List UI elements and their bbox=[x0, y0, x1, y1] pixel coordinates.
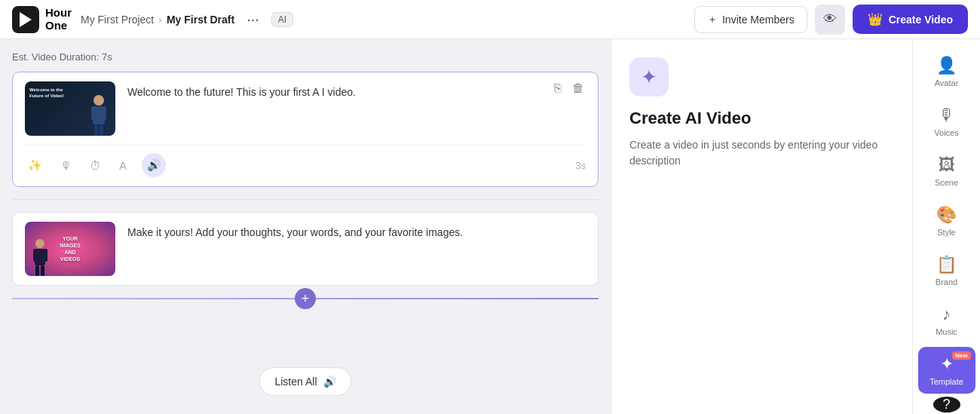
ai-icon-bubble: ✦ bbox=[629, 57, 669, 97]
right-panel-description: Create a video in just seconds by enteri… bbox=[629, 137, 894, 169]
hourOne-logo-icon bbox=[12, 6, 39, 33]
more-options-button[interactable]: ··· bbox=[243, 8, 262, 31]
scene-card-2[interactable]: YOURIMAGESANDVIDEOS Make it yours! Add y… bbox=[12, 212, 599, 286]
sidebar-label-scene: Scene bbox=[935, 178, 958, 187]
right-panel-title: Create AI Video bbox=[629, 109, 894, 128]
svg-rect-5 bbox=[103, 106, 106, 120]
crown-icon: 👑 bbox=[868, 12, 883, 26]
sidebar-label-music: Music bbox=[936, 327, 957, 336]
ai-sparkle-icon: ✦ bbox=[641, 66, 657, 89]
editor-area: Est. Video Duration: 7s ⎘ 🗑 Welcome to t… bbox=[0, 39, 611, 414]
svg-rect-6 bbox=[94, 124, 98, 136]
sidebar-label-voices: Voices bbox=[934, 128, 958, 137]
logo-text: Hour One bbox=[45, 7, 72, 32]
sidebar-label-brand: Brand bbox=[936, 278, 957, 287]
new-badge: New bbox=[952, 351, 970, 360]
thumb2-overlay-text: YOURIMAGESANDVIDEOS bbox=[60, 235, 81, 262]
sidebar-label-style: Style bbox=[937, 228, 955, 237]
ai-badge: AI bbox=[271, 12, 293, 27]
sidebar-label-template: Template bbox=[929, 377, 963, 386]
brand-icon: 📋 bbox=[936, 255, 957, 274]
header-right: ＋ Invite Members 👁 👑 Create Video bbox=[694, 5, 968, 35]
logo: Hour One bbox=[12, 6, 72, 33]
scene-text-1[interactable]: Welcome to the future! This is your firs… bbox=[127, 81, 586, 100]
svg-rect-12 bbox=[35, 265, 39, 276]
listen-all-label: Listen All bbox=[274, 376, 317, 388]
breadcrumb-separator: › bbox=[158, 14, 162, 26]
clock-button[interactable]: ⏱ bbox=[87, 158, 104, 173]
scene-thumbnail-2: YOURIMAGESANDVIDEOS bbox=[25, 222, 115, 276]
svg-rect-4 bbox=[91, 106, 95, 120]
scene-card-inner-1: Welcome to theFuture of Video! Welcome t… bbox=[25, 81, 586, 136]
invite-members-button[interactable]: ＋ Invite Members bbox=[694, 6, 807, 33]
svg-rect-13 bbox=[41, 265, 44, 276]
sidebar-item-voices[interactable]: 🎙 Voices bbox=[918, 98, 975, 145]
copy-button[interactable]: ⎘ bbox=[553, 80, 563, 97]
scene-divider bbox=[12, 199, 599, 200]
help-button[interactable]: ? bbox=[933, 397, 960, 412]
scene-card-1[interactable]: ⎘ 🗑 Welcome to theFuture of Video! bbox=[12, 72, 599, 187]
scene-text-2[interactable]: Make it yours! Add your thoughts, your w… bbox=[127, 222, 586, 241]
scene-thumbnail-1: Welcome to theFuture of Video! bbox=[25, 81, 115, 136]
template-icon: ✦ bbox=[940, 354, 954, 374]
header: Hour One My First Project › My First Dra… bbox=[0, 0, 980, 39]
thumb1-overlay-text: Welcome to theFuture of Video! bbox=[29, 87, 64, 100]
main-content: Est. Video Duration: 7s ⎘ 🗑 Welcome to t… bbox=[0, 39, 980, 414]
scene-duration-1: 3s bbox=[575, 160, 586, 171]
sidebar-item-music[interactable]: ♪ Music bbox=[918, 297, 975, 344]
svg-rect-10 bbox=[33, 249, 37, 262]
sidebar-item-avatar[interactable]: 👤 Avatar bbox=[918, 48, 975, 95]
svg-point-2 bbox=[93, 95, 104, 106]
svg-rect-11 bbox=[44, 249, 47, 262]
add-scene-row: + bbox=[12, 298, 599, 299]
right-panel: ✦ Create AI Video Create a video in just… bbox=[611, 39, 912, 414]
scene-icon: 🖼 bbox=[939, 155, 955, 175]
voices-icon: 🎙 bbox=[939, 106, 955, 125]
music-icon: ♪ bbox=[942, 305, 951, 324]
invite-label: Invite Members bbox=[722, 14, 795, 26]
create-video-button[interactable]: 👑 Create Video bbox=[853, 5, 968, 34]
create-video-label: Create Video bbox=[889, 14, 953, 26]
question-mark-icon: ? bbox=[942, 397, 950, 412]
plus-icon: ＋ bbox=[707, 13, 718, 26]
add-scene-button[interactable]: + bbox=[295, 288, 316, 309]
magic-button[interactable]: ✨ bbox=[25, 157, 45, 173]
est-duration: Est. Video Duration: 7s bbox=[12, 51, 599, 63]
sidebar-item-style[interactable]: 🎨 Style bbox=[918, 198, 975, 244]
thumb2-person-svg bbox=[31, 238, 50, 276]
scene-toolbar-top: ⎘ 🗑 bbox=[553, 80, 586, 97]
sidebar-item-template[interactable]: New ✦ Template bbox=[918, 347, 975, 394]
breadcrumb: My First Project › My First Draft bbox=[81, 14, 234, 26]
speaker-icon: 🔊 bbox=[323, 376, 336, 388]
preview-button[interactable]: 👁 bbox=[815, 5, 845, 35]
delete-button[interactable]: 🗑 bbox=[571, 80, 586, 97]
style-icon: 🎨 bbox=[936, 205, 957, 225]
scene-card-inner-2: YOURIMAGESANDVIDEOS Make it yours! Add y… bbox=[25, 222, 586, 276]
scene-toolbar-bottom: ✨ 🎙 ⏱ A 🔊 3s bbox=[25, 145, 586, 177]
avatar-icon: 👤 bbox=[936, 56, 957, 75]
sidebar-item-scene[interactable]: 🖼 Scene bbox=[918, 148, 975, 195]
breadcrumb-current: My First Draft bbox=[167, 14, 234, 26]
thumb1-person-svg bbox=[88, 94, 109, 136]
sidebar-label-avatar: Avatar bbox=[935, 78, 959, 87]
microphone-button[interactable]: 🎙 bbox=[57, 158, 75, 173]
eye-icon: 👁 bbox=[823, 11, 837, 27]
sidebar-item-brand[interactable]: 📋 Brand bbox=[918, 247, 975, 294]
volume-button[interactable]: 🔊 bbox=[142, 153, 166, 177]
breadcrumb-parent[interactable]: My First Project bbox=[81, 14, 154, 26]
sidebar: 👤 Avatar 🎙 Voices 🖼 Scene 🎨 Style 📋 Bran… bbox=[912, 39, 980, 414]
font-button[interactable]: A bbox=[116, 158, 130, 173]
svg-rect-7 bbox=[100, 124, 103, 136]
svg-point-8 bbox=[35, 239, 44, 248]
listen-all-button[interactable]: Listen All 🔊 bbox=[259, 367, 351, 396]
